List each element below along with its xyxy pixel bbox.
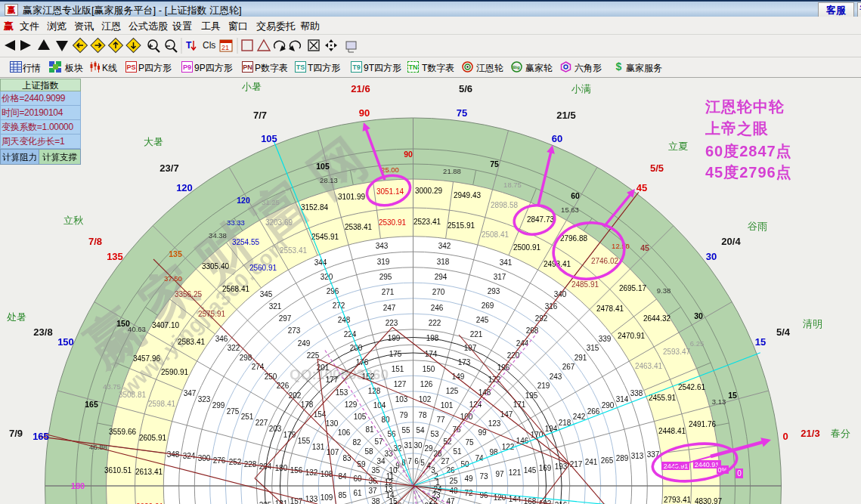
svg-text:54: 54 [416, 426, 425, 434]
svg-text:27: 27 [441, 457, 450, 465]
svg-text:85: 85 [338, 491, 347, 499]
svg-text:2530.91: 2530.91 [379, 218, 407, 227]
svg-text:3305.40: 3305.40 [202, 262, 230, 271]
svg-text:79: 79 [399, 411, 408, 419]
svg-text:春分: 春分 [831, 428, 850, 439]
svg-text:339: 339 [599, 335, 612, 343]
svg-text:126: 126 [420, 380, 433, 388]
svg-text:105: 105 [261, 133, 277, 144]
svg-text:15: 15 [755, 336, 766, 348]
svg-text:2455.91: 2455.91 [649, 394, 677, 402]
svg-text:小满: 小满 [571, 83, 591, 94]
svg-text:78: 78 [418, 411, 427, 419]
svg-text:165: 165 [85, 400, 98, 409]
svg-text:3559.66: 3559.66 [109, 428, 137, 436]
svg-text:82: 82 [352, 438, 361, 447]
svg-text:5/6: 5/6 [459, 83, 472, 94]
svg-text:2898.58: 2898.58 [491, 201, 519, 209]
svg-text:270: 270 [432, 288, 445, 296]
svg-text:155: 155 [298, 437, 311, 445]
svg-text:105: 105 [316, 162, 330, 171]
svg-text:21/5: 21/5 [556, 110, 575, 121]
svg-text:296: 296 [327, 287, 339, 295]
svg-text:147: 147 [500, 410, 513, 419]
svg-text:271: 271 [382, 288, 395, 296]
svg-text:2598.41: 2598.41 [148, 400, 176, 408]
svg-text:2793.41: 2793.41 [664, 496, 692, 504]
svg-text:49: 49 [464, 475, 473, 483]
svg-text:75: 75 [457, 107, 467, 119]
svg-text:5/5: 5/5 [650, 162, 664, 174]
svg-text:105: 105 [354, 413, 367, 421]
svg-text:223: 223 [386, 319, 398, 327]
svg-text:315: 315 [587, 344, 599, 352]
svg-text:131: 131 [312, 443, 325, 451]
svg-text:35: 35 [371, 466, 380, 475]
svg-text:60: 60 [552, 133, 562, 144]
svg-text:2538.41: 2538.41 [345, 223, 373, 231]
svg-text:130: 130 [326, 419, 339, 428]
svg-text:25.00: 25.00 [381, 165, 399, 174]
svg-text:21/6: 21/6 [351, 83, 370, 94]
svg-text:120: 120 [176, 182, 193, 193]
svg-text:2470.91: 2470.91 [618, 332, 646, 340]
svg-text:149: 149 [452, 373, 465, 381]
svg-text:0: 0 [782, 431, 788, 442]
svg-text:150: 150 [57, 336, 74, 348]
svg-text:2560.91: 2560.91 [249, 264, 277, 272]
svg-text:198: 198 [426, 334, 439, 342]
svg-text:151: 151 [392, 365, 404, 373]
svg-text:275: 275 [227, 407, 240, 416]
svg-text:347: 347 [184, 389, 197, 397]
svg-text:109: 109 [321, 493, 333, 502]
svg-text:2746.02: 2746.02 [591, 257, 619, 265]
svg-text:7/9: 7/9 [9, 428, 23, 439]
svg-text:15.63: 15.63 [561, 206, 579, 214]
svg-text:73: 73 [479, 472, 488, 481]
svg-text:103: 103 [395, 395, 408, 404]
svg-text:313: 313 [631, 452, 644, 460]
svg-text:7/8: 7/8 [88, 236, 102, 247]
svg-text:97: 97 [495, 470, 504, 478]
svg-text:216: 216 [555, 501, 568, 504]
svg-text:2695.17: 2695.17 [619, 284, 647, 292]
svg-text:53: 53 [430, 430, 439, 438]
svg-text:121: 121 [509, 468, 522, 477]
svg-text:28.13: 28.13 [320, 176, 338, 184]
svg-text:大暑: 大暑 [144, 136, 163, 147]
svg-text:小暑: 小暑 [241, 81, 262, 92]
svg-text:2796.88: 2796.88 [560, 234, 588, 243]
svg-text:205: 205 [259, 501, 272, 504]
svg-text:33.33: 33.33 [227, 218, 245, 227]
svg-text:3101.99: 3101.99 [338, 193, 366, 201]
svg-text:249: 249 [298, 339, 311, 348]
svg-text:3508.81: 3508.81 [119, 391, 147, 399]
svg-text:267: 267 [562, 363, 575, 371]
svg-text:129: 129 [345, 400, 358, 409]
svg-text:3407.10: 3407.10 [152, 321, 180, 329]
svg-text:31: 31 [404, 441, 413, 450]
svg-text:2515.91: 2515.91 [448, 221, 475, 230]
svg-text:341: 341 [500, 258, 513, 267]
svg-text:55: 55 [401, 426, 410, 434]
svg-text:2448.41: 2448.41 [658, 427, 686, 435]
svg-text:45: 45 [636, 182, 647, 193]
svg-text:195: 195 [525, 391, 538, 400]
svg-text:15: 15 [728, 391, 737, 400]
svg-text:5/4: 5/4 [776, 326, 791, 338]
svg-text:3457.96: 3457.96 [133, 354, 161, 363]
svg-text:2491.76: 2491.76 [689, 420, 717, 428]
svg-text:6.25: 6.25 [690, 339, 705, 348]
svg-text:289: 289 [616, 454, 629, 462]
svg-text:248: 248 [338, 316, 351, 324]
svg-text:319: 319 [377, 258, 390, 266]
svg-text:40.63: 40.63 [128, 325, 146, 333]
svg-text:344: 344 [314, 258, 327, 267]
svg-text:243: 243 [550, 373, 562, 381]
svg-text:120: 120 [237, 196, 250, 205]
svg-text:2542.61: 2542.61 [678, 383, 706, 391]
svg-text:处暑: 处暑 [7, 311, 26, 323]
svg-text:6: 6 [414, 457, 419, 465]
svg-text:90: 90 [404, 150, 413, 159]
svg-text:345: 345 [260, 290, 273, 298]
